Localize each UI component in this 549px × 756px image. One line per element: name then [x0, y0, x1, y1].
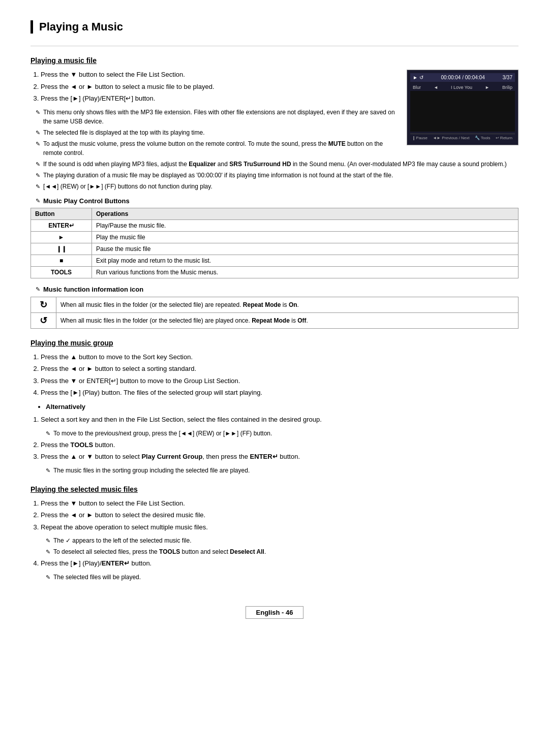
- alternatively-list: Alternatively: [30, 402, 518, 412]
- btn-stop: ■: [31, 255, 92, 267]
- note-3: ✎ To adjust the music volume, press the …: [30, 139, 396, 158]
- col-operations: Operations: [92, 208, 518, 220]
- footer-badge: English - 46: [246, 606, 304, 619]
- section-music-group: Playing the music group Press the ▲ butt…: [30, 339, 518, 475]
- list-item: Press the [►] (Play)/ENTER[↵] button.: [41, 93, 396, 104]
- note-4: ✎ If the sound is odd when playing MP3 f…: [30, 160, 518, 169]
- note-icon: ✎: [46, 429, 50, 438]
- selected-note-2: ✎ To deselect all selected files, press …: [30, 547, 518, 556]
- note-icon: ✎: [36, 160, 40, 169]
- note-6: ✎ [◄◄] (REW) or [►►] (FF) buttons do not…: [30, 182, 518, 191]
- repeat-off-desc: When all music files in the folder (or t…: [56, 312, 518, 328]
- music-screen-controls: ‖ Pause ◄► Previous / Next 🔧 Tools ↩ Ret…: [410, 134, 515, 142]
- btn-tools: TOOLS: [31, 267, 92, 278]
- icon-table-body: ↻ When all music files in the folder (or…: [31, 297, 518, 328]
- ctrl-tools: 🔧 Tools: [475, 136, 491, 140]
- ctrl-prev-next: ◄► Previous / Next: [433, 136, 469, 140]
- header-divider: [30, 46, 518, 46]
- note-text: To deselect all selected files, press th…: [53, 547, 266, 556]
- table-header-row: Button Operations: [31, 208, 518, 220]
- section-title-playing-file: Playing a music file: [30, 56, 518, 65]
- page-title: Playing a Music: [39, 20, 123, 33]
- note-2: ✎ The selected file is displayed at the …: [30, 128, 396, 137]
- alt-steps-list-2: Press the TOOLS button. Press the ▲ or ▼…: [30, 440, 518, 462]
- op-tools: Run various functions from the Music men…: [92, 267, 518, 278]
- selected-steps-list-2: Press the [►] (Play)/ENTER↵ button.: [30, 558, 518, 569]
- list-item: Press the ▼ button to select the File Li…: [41, 498, 518, 509]
- table-row: ↻ When all music files in the folder (or…: [31, 297, 518, 312]
- op-enter: Play/Pause the music file.: [92, 220, 518, 232]
- list-item: Alternatively: [46, 402, 518, 412]
- list-item: Press the ◄ or ► button to select a sort…: [41, 364, 518, 374]
- note-icon: ✎: [36, 171, 40, 180]
- note-icon: ✎: [46, 537, 50, 545]
- btn-pause: ❙❙: [31, 243, 92, 255]
- list-item: Press the ◄ or ► button to select a musi…: [41, 82, 396, 92]
- time-display: 00:00:04 / 00:04:04: [441, 75, 485, 80]
- section-playing-file: Playing a music file Press the ▼ button …: [30, 56, 518, 329]
- play-icon: ► ↺: [413, 75, 423, 80]
- op-stop: Exit play mode and return to the music l…: [92, 255, 518, 267]
- btn-enter: ENTER↵: [31, 220, 92, 232]
- note-text: If the sound is odd when playing MP3 fil…: [43, 160, 507, 169]
- note-icon: ✎: [46, 573, 50, 582]
- note-icon: ✎: [46, 466, 50, 475]
- list-item: Press the [►] (Play)/ENTER↵ button.: [41, 558, 518, 569]
- note-icon: ✎: [36, 197, 40, 206]
- alt-note-2: ✎ The music files in the sorting group i…: [30, 466, 518, 475]
- list-item: Press the ◄ or ► button to select the de…: [41, 510, 518, 520]
- note-1: ✎ This menu only shows files with the MP…: [30, 108, 396, 126]
- ctrl-pause: ‖ Pause: [413, 136, 428, 140]
- alt-note-1: ✎ To move to the previous/next group, pr…: [30, 429, 518, 438]
- track-current: I Love You: [451, 85, 472, 90]
- page-header: Playing a Music: [30, 20, 518, 34]
- note-text: To adjust the music volume, press the vo…: [43, 139, 396, 158]
- control-table: Button Operations ENTER↵ Play/Pause the …: [30, 208, 518, 278]
- note-icon: ✎: [36, 140, 40, 158]
- control-table-label: Music Play Control Buttons: [43, 196, 130, 206]
- selected-note-1: ✎ The ✓ appears to the left of the selec…: [30, 536, 518, 545]
- icon-table: ↻ When all music files in the folder (or…: [30, 297, 518, 329]
- ctrl-return: ↩ Return: [496, 136, 512, 140]
- music-screen-top: ► ↺ 00:00:04 / 00:04:04 3/37: [410, 73, 515, 82]
- btn-play: ►: [31, 232, 92, 243]
- note-text: The music files in the sorting group inc…: [53, 466, 250, 475]
- music-screen-body: [410, 91, 515, 132]
- page-footer: English - 46: [30, 602, 518, 623]
- op-play: Play the music file: [92, 232, 518, 243]
- note-text: The ✓ appears to the left of the selecte…: [53, 536, 191, 545]
- op-pause: Pause the music file: [92, 243, 518, 255]
- col-button: Button: [31, 208, 92, 220]
- repeat-off-icon: ↺: [31, 312, 56, 328]
- note-icon: ✎: [36, 108, 40, 126]
- list-item: Press the ▼ button to select the File Li…: [41, 70, 396, 80]
- repeat-on-desc: When all music files in the folder (or t…: [56, 297, 518, 312]
- list-item: Press the ▲ button to move to the Sort k…: [41, 352, 518, 362]
- music-screen-track: Blur ◄ I Love You ► Brilip: [410, 84, 515, 91]
- list-item: Press the ▲ or ▼ button to select Play C…: [41, 452, 518, 462]
- note-text: This menu only shows files with the MP3 …: [43, 108, 396, 126]
- alternatively-label: Alternatively: [46, 403, 85, 411]
- list-item: Press the TOOLS button.: [41, 440, 518, 450]
- list-item: Press the [►] (Play) button. The files o…: [41, 388, 518, 398]
- note-text: To move to the previous/next group, pres…: [53, 429, 272, 438]
- note-icon: ✎: [46, 548, 50, 556]
- note-icon: ✎: [36, 285, 40, 295]
- track-prev: Blur: [413, 85, 421, 90]
- section-title-music-group: Playing the music group: [30, 339, 518, 347]
- steps-list: Press the ▼ button to select the File Li…: [30, 70, 396, 104]
- section-selected-files: Playing the selected music files Press t…: [30, 485, 518, 582]
- note-text: The playing duration of a music file may…: [43, 171, 393, 180]
- table-row: ■ Exit play mode and return to the music…: [31, 255, 518, 267]
- section-title-selected-files: Playing the selected music files: [30, 485, 518, 493]
- alt-steps-list: Select a sort key and then in the File L…: [30, 415, 518, 425]
- repeat-on-icon: ↻: [31, 297, 56, 312]
- music-screen: ► ↺ 00:00:04 / 00:04:04 3/37 Blur ◄ I Lo…: [407, 70, 518, 145]
- content-left: Press the ▼ button to select the File Li…: [30, 70, 396, 160]
- table-row: ► Play the music file: [31, 232, 518, 243]
- content-row: Press the ▼ button to select the File Li…: [30, 70, 518, 160]
- list-item: Press the ▼ or ENTER[↵] button to move t…: [41, 376, 518, 386]
- table-row: TOOLS Run various functions from the Mus…: [31, 267, 518, 278]
- list-item: Select a sort key and then in the File L…: [41, 415, 518, 425]
- group-steps-list: Press the ▲ button to move to the Sort k…: [30, 352, 518, 398]
